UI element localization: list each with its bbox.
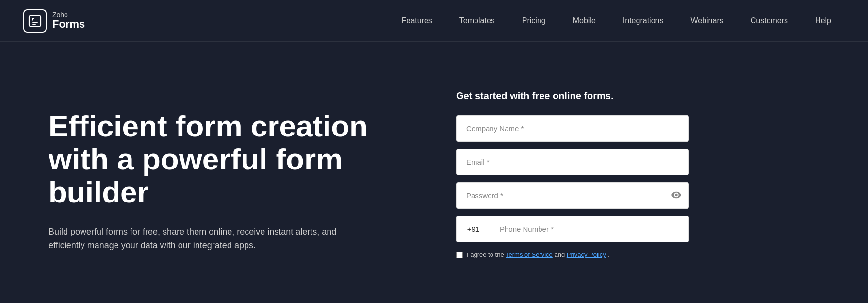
nav-customers[interactable]: Customers xyxy=(737,0,802,42)
brand-name: Zoho xyxy=(52,11,85,18)
terms-suffix: . xyxy=(607,251,609,258)
terms-of-service-link[interactable]: Terms of Service xyxy=(506,251,553,258)
hero-title: Efficient form creation with a powerful … xyxy=(49,110,417,209)
password-wrapper xyxy=(456,182,689,209)
nav-pricing[interactable]: Pricing xyxy=(508,0,559,42)
logo-icon xyxy=(23,9,47,33)
phone-input[interactable] xyxy=(490,216,689,242)
terms-prefix: I agree to the xyxy=(467,251,504,258)
nav-integrations[interactable]: Integrations xyxy=(609,0,677,42)
nav-templates[interactable]: Templates xyxy=(446,0,508,42)
form-section: Get started with free online forms. xyxy=(456,81,689,258)
company-name-wrapper xyxy=(456,115,689,142)
hero-section: Efficient form creation with a powerful … xyxy=(49,81,417,252)
navbar: Zoho Forms Features Templates Pricing Mo… xyxy=(0,0,868,42)
hero-subtitle: Build powerful forms for free, share the… xyxy=(49,225,349,253)
password-toggle-icon[interactable] xyxy=(671,190,681,201)
terms-text: I agree to the Terms of Service and Priv… xyxy=(467,251,609,258)
logo-link[interactable]: Zoho Forms xyxy=(23,9,85,33)
email-wrapper xyxy=(456,149,689,175)
nav-webinars[interactable]: Webinars xyxy=(677,0,737,42)
nav-features[interactable]: Features xyxy=(388,0,446,42)
svg-rect-0 xyxy=(29,15,41,27)
terms-row: I agree to the Terms of Service and Priv… xyxy=(456,251,689,258)
svg-rect-1 xyxy=(32,22,38,23)
nav-help[interactable]: Help xyxy=(802,0,845,42)
privacy-policy-link[interactable]: Privacy Policy xyxy=(567,251,606,258)
phone-row: +91 xyxy=(456,216,689,242)
main-content: Efficient form creation with a powerful … xyxy=(0,42,868,303)
logo-text: Zoho Forms xyxy=(52,11,85,31)
product-name: Forms xyxy=(52,18,85,30)
svg-rect-2 xyxy=(32,24,36,25)
nav-mobile[interactable]: Mobile xyxy=(559,0,609,42)
company-name-input[interactable] xyxy=(456,115,689,142)
phone-prefix: +91 xyxy=(456,216,490,242)
signup-form: +91 I agree to the Terms of Service and … xyxy=(456,115,689,258)
password-input[interactable] xyxy=(456,182,689,209)
email-input[interactable] xyxy=(456,149,689,175)
form-heading: Get started with free online forms. xyxy=(456,90,689,101)
nav-links: Features Templates Pricing Mobile Integr… xyxy=(388,0,845,42)
terms-checkbox[interactable] xyxy=(456,252,463,258)
terms-connector: and xyxy=(554,251,566,258)
